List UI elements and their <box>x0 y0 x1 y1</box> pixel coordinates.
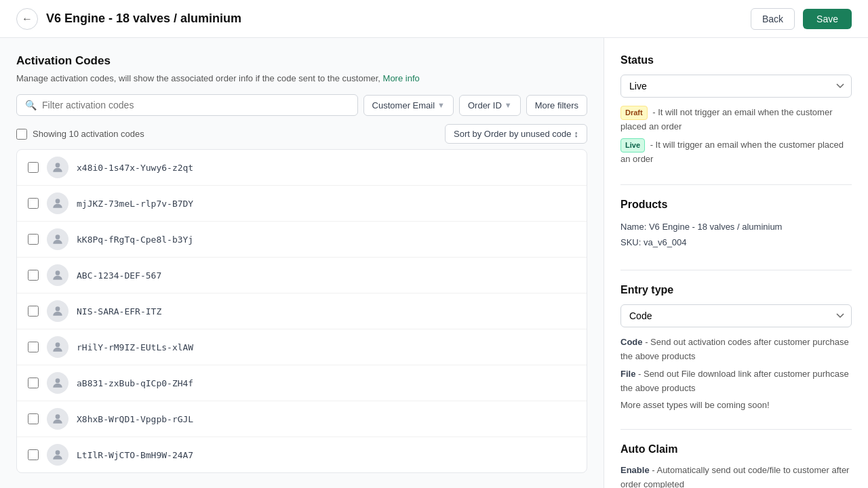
activation-code: mjJKZ-73meL-rlp7v-B7DY <box>77 199 193 209</box>
auto-claim-section: Auto Claim Enable - Automatically send o… <box>620 443 852 488</box>
activation-code: X8hxB-WrQD1-Vpgpb-rGJL <box>77 414 193 424</box>
table-row: ABC-1234-DEF-567 <box>17 258 587 293</box>
save-button[interactable]: Save <box>803 9 852 29</box>
table-row: NIS-SARA-EFR-ITZ <box>17 293 587 329</box>
activation-code: LtIlR-WjCTO-BmH9W-24A7 <box>77 450 193 460</box>
avatar <box>47 444 68 466</box>
avatar <box>47 157 68 178</box>
table-row: aB831-zxBub-qICp0-ZH4f <box>17 365 587 401</box>
more-info-link[interactable]: More info <box>383 73 420 83</box>
codes-list: x48i0-1s47x-Yuwy6-z2qt mjJKZ-73meL-rlp7v… <box>16 149 587 473</box>
row-checkbox[interactable] <box>28 198 39 209</box>
avatar <box>47 372 68 394</box>
search-icon: 🔍 <box>25 100 37 110</box>
draft-badge: Draft <box>620 106 648 120</box>
products-title: Products <box>620 199 852 211</box>
top-bar: ← V6 Engine - 18 valves / aluminium Back… <box>0 0 868 38</box>
divider <box>620 429 852 430</box>
row-checkbox[interactable] <box>28 270 39 281</box>
svg-point-8 <box>56 450 60 455</box>
search-input[interactable] <box>42 100 349 110</box>
svg-point-0 <box>56 163 60 167</box>
status-section: Status Draft Live Draft - It will not tr… <box>620 54 852 165</box>
back-button[interactable]: Back <box>751 8 795 30</box>
row-checkbox[interactable] <box>28 162 39 173</box>
svg-point-1 <box>56 199 60 203</box>
svg-point-2 <box>56 235 60 239</box>
sort-icon: ↕ <box>574 129 579 139</box>
divider <box>620 270 852 270</box>
svg-point-4 <box>56 306 60 311</box>
coming-soon-text: More asset types will be coming soon! <box>620 400 852 410</box>
table-row: kK8Pq-fRgTq-Cpe8l-b3Yj <box>17 222 587 258</box>
live-badge: Live <box>620 138 645 152</box>
entry-type-select[interactable]: Code File <box>620 304 852 327</box>
avatar <box>47 264 68 286</box>
activation-code: x48i0-1s47x-Yuwy6-z2qt <box>77 163 193 173</box>
row-checkbox[interactable] <box>28 342 39 352</box>
activation-code: rHilY-rM9IZ-EUtLs-xlAW <box>77 342 193 352</box>
search-box: 🔍 <box>16 94 358 116</box>
activation-code: aB831-zxBub-qICp0-ZH4f <box>77 378 193 388</box>
top-bar-right: Back Save <box>751 8 852 30</box>
products-section: Products Name: V6 Engine - 18 valves / a… <box>620 199 852 251</box>
main-layout: Activation Codes Manage activation codes… <box>0 38 868 488</box>
product-name: Name: V6 Engine - 18 valves / aluminium <box>620 219 852 235</box>
table-row: x48i0-1s47x-Yuwy6-z2qt <box>17 150 587 186</box>
auto-claim-title: Auto Claim <box>620 443 852 455</box>
activation-codes-desc: Manage activation codes, will show the a… <box>16 73 587 83</box>
avatar <box>47 408 68 430</box>
table-row: mjJKZ-73meL-rlp7v-B7DY <box>17 186 587 222</box>
left-panel: Activation Codes Manage activation codes… <box>0 38 604 488</box>
row-checkbox[interactable] <box>28 449 39 460</box>
avatar <box>47 300 68 322</box>
customer-email-filter[interactable]: Customer Email ▼ <box>363 95 454 116</box>
auto-claim-desc: Enable - Automatically send out code/fil… <box>620 464 852 488</box>
activation-code: kK8Pq-fRgTq-Cpe8l-b3Yj <box>77 235 193 245</box>
row-checkbox[interactable] <box>28 378 39 388</box>
chevron-down-icon: ▼ <box>505 101 512 109</box>
page-title: V6 Engine - 18 valves / aluminium <box>46 12 241 26</box>
status-title: Status <box>620 54 852 66</box>
right-panel: Status Draft Live Draft - It will not tr… <box>604 38 868 488</box>
sort-button[interactable]: Sort by Order by unused code ↕ <box>445 124 587 144</box>
chevron-down-icon: ▼ <box>437 101 445 109</box>
draft-status-info: Draft - It will not trigger an email whe… <box>620 106 852 133</box>
entry-type-section: Entry type Code File Code - Send out act… <box>620 284 852 410</box>
back-arrow-button[interactable]: ← <box>16 8 38 30</box>
filter-bar: 🔍 Customer Email ▼ Order ID ▼ More filte… <box>16 94 587 116</box>
svg-point-3 <box>56 270 60 275</box>
avatar <box>47 228 68 250</box>
row-checkbox[interactable] <box>28 234 39 245</box>
more-filters-button[interactable]: More filters <box>526 95 587 116</box>
table-row: rHilY-rM9IZ-EUtLs-xlAW <box>17 329 587 365</box>
activation-codes-title: Activation Codes <box>16 54 587 68</box>
file-entry-desc: File - Send out File download link after… <box>620 367 852 396</box>
table-header: Showing 10 activation codes Sort by Orde… <box>16 124 587 144</box>
avatar <box>47 336 68 358</box>
divider <box>620 184 852 185</box>
avatar <box>47 192 68 214</box>
top-bar-left: ← V6 Engine - 18 valves / aluminium <box>16 8 241 30</box>
activation-code: NIS-SARA-EFR-ITZ <box>77 306 161 317</box>
order-id-filter[interactable]: Order ID ▼ <box>459 95 521 116</box>
live-status-info: Live - It will trigger an email when the… <box>620 138 852 165</box>
table-row: LtIlR-WjCTO-BmH9W-24A7 <box>17 437 587 472</box>
showing-label: Showing 10 activation codes <box>16 129 144 140</box>
code-entry-desc: Code - Send out activation codes after c… <box>620 336 852 364</box>
svg-point-5 <box>56 342 60 347</box>
svg-point-6 <box>56 378 60 383</box>
table-row: X8hxB-WrQD1-Vpgpb-rGJL <box>17 401 587 437</box>
select-all-checkbox[interactable] <box>16 129 27 140</box>
product-sku: SKU: va_v6_004 <box>620 235 852 250</box>
status-select[interactable]: Draft Live <box>620 75 852 98</box>
row-checkbox[interactable] <box>28 306 39 317</box>
svg-point-7 <box>56 414 60 419</box>
entry-type-title: Entry type <box>620 284 852 296</box>
activation-code: ABC-1234-DEF-567 <box>77 270 161 281</box>
row-checkbox[interactable] <box>28 413 39 424</box>
